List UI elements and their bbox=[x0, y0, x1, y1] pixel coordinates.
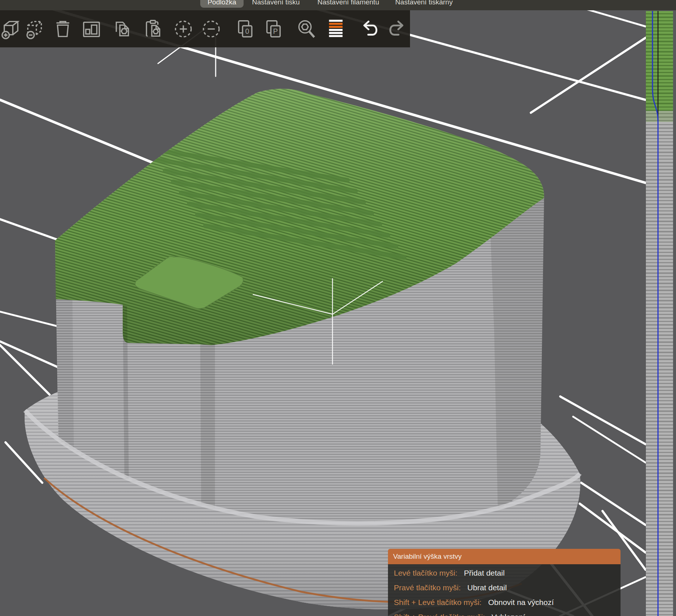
undo-button[interactable] bbox=[358, 17, 381, 41]
add-instance-icon bbox=[172, 17, 195, 41]
arrange-icon bbox=[80, 17, 103, 41]
tab-podlo-ka[interactable]: Podložka bbox=[200, 0, 244, 8]
tooltip-row: Shift + Pravé tlačítko myši:Vyhlazení bbox=[394, 613, 615, 616]
top-tab-bar: PodložkaNastavení tiskuNastavení filamen… bbox=[0, 0, 676, 10]
tooltip-row: Levé tlačítko myši:Přidat detail bbox=[394, 569, 615, 577]
tooltip-row-value: Přidat detail bbox=[464, 569, 505, 577]
tooltip-row-key: Levé tlačítko myši: bbox=[394, 569, 457, 577]
add-box-icon bbox=[0, 17, 23, 41]
redo-icon bbox=[386, 17, 409, 41]
trash-icon bbox=[51, 17, 74, 41]
tooltip-body: Levé tlačítko myši:Přidat detailPravé tl… bbox=[388, 564, 621, 616]
tab-nastaven-filamentu[interactable]: Nastavení filamentu bbox=[315, 0, 381, 8]
split-objects-icon: 0 bbox=[234, 17, 256, 41]
copy-icon bbox=[111, 17, 134, 41]
delete-all-button[interactable] bbox=[51, 17, 74, 41]
tooltip-row-value: Ubrat detail bbox=[467, 583, 507, 592]
ruler-margin bbox=[673, 10, 676, 616]
tooltip-row-key: Shift + Pravé tlačítko myši: bbox=[394, 613, 485, 616]
tab-label: Nastavení tisku bbox=[252, 0, 300, 6]
split-parts-icon: P bbox=[262, 17, 285, 41]
add-object-button[interactable] bbox=[0, 17, 23, 41]
copy-button[interactable] bbox=[111, 17, 134, 41]
remove-instance-icon bbox=[200, 17, 223, 41]
split-parts-button[interactable]: P bbox=[262, 17, 285, 41]
tooltip-title: Variabilní výška vrstvy bbox=[388, 549, 621, 564]
paste-button[interactable] bbox=[143, 17, 165, 41]
search-button[interactable] bbox=[295, 17, 318, 41]
tooltip-row-key: Shift + Levé tlačítko myši: bbox=[394, 598, 482, 607]
variable-layer-height-button[interactable] bbox=[324, 17, 347, 41]
tooltip-row-value: Vyhlazení bbox=[492, 613, 525, 616]
svg-text:P: P bbox=[273, 27, 278, 35]
tab-nastaven-tisk-rny[interactable]: Nastavení tiskárny bbox=[391, 0, 457, 8]
tab-label: Podložka bbox=[208, 0, 236, 6]
tooltip-row: Pravé tlačítko myši:Ubrat detail bbox=[394, 583, 615, 592]
variable-layer-height-tooltip: Variabilní výška vrstvy Levé tlačítko my… bbox=[388, 549, 621, 616]
search-icon bbox=[295, 17, 318, 41]
ruler-profile-lines bbox=[646, 11, 673, 616]
tab-nastaven-tisku[interactable]: Nastavení tisku bbox=[250, 0, 302, 8]
tab-label: Nastavení tiskárny bbox=[395, 0, 453, 6]
slicer-window: PodložkaNastavení tiskuNastavení filamen… bbox=[0, 0, 676, 616]
tooltip-row: Shift + Levé tlačítko myši:Obnovit na vý… bbox=[394, 598, 615, 607]
remove-instance-button[interactable] bbox=[200, 17, 223, 41]
tooltip-row-key: Pravé tlačítko myši: bbox=[394, 583, 461, 592]
tab-label: Nastavení filamentu bbox=[317, 0, 379, 6]
tooltip-row-value: Obnovit na výchozí bbox=[488, 598, 554, 607]
layer-height-profile-ruler[interactable] bbox=[646, 11, 673, 616]
svg-text:0: 0 bbox=[245, 27, 249, 35]
paste-icon bbox=[143, 17, 165, 41]
main-toolbar: 0P bbox=[0, 10, 410, 47]
delete-object-button[interactable] bbox=[24, 17, 46, 41]
undo-icon bbox=[358, 17, 381, 41]
delete-box-icon bbox=[24, 17, 46, 41]
layers-icon bbox=[324, 17, 347, 41]
split-objects-button[interactable]: 0 bbox=[234, 17, 256, 41]
arrange-button[interactable] bbox=[80, 17, 103, 41]
add-instance-button[interactable] bbox=[172, 17, 195, 41]
redo-button[interactable] bbox=[386, 17, 409, 41]
viewport-3d[interactable] bbox=[0, 0, 676, 616]
